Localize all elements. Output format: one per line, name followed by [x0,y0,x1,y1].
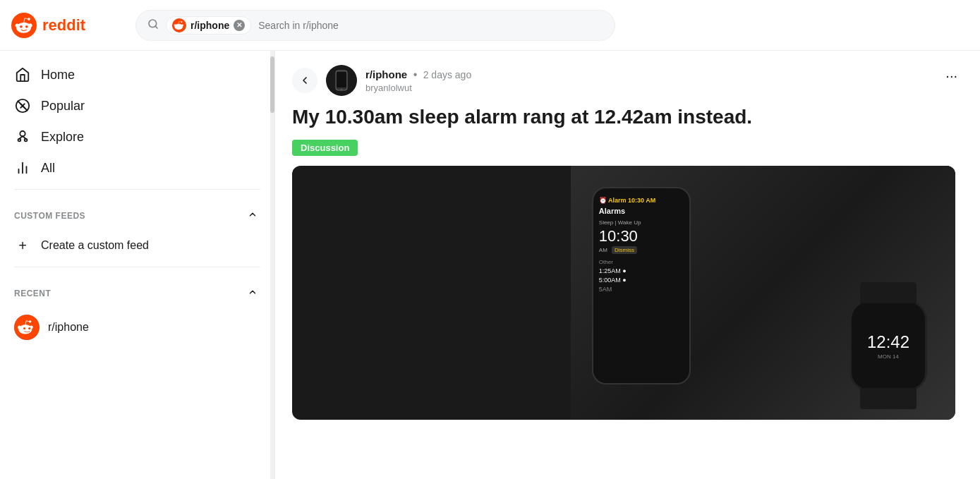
watch-band-top [860,282,917,303]
custom-feeds-title: CUSTOM FEEDS [14,211,85,221]
post-header-left: r/iphone • 2 days ago bryanlolwut [292,65,471,96]
post-timestamp: 2 days ago [423,69,472,80]
scrollbar-thumb[interactable] [270,56,274,113]
post-image-container: ⏰ Alarm 10:30 AM Alarms Sleep | Wake Up … [292,166,955,420]
watch-time-display: 12:42 [867,332,909,352]
search-input[interactable] [258,20,603,31]
recent-section-header: RECENT [0,273,274,308]
custom-feeds-collapse-button[interactable] [245,207,260,224]
recent-title: RECENT [14,289,51,298]
back-button[interactable] [292,68,317,93]
search-icon [147,18,159,32]
explore-icon [14,128,31,145]
content-area: r/iphone • 2 days ago bryanlolwut ··· My… [275,51,980,479]
scrollbar-track[interactable] [270,51,274,479]
main-layout: Home Popular [0,51,980,479]
search-tag-label: r/iphone [190,20,229,31]
recent-item-riphone-avatar [14,315,40,340]
sidebar-item-all[interactable]: All [0,152,274,183]
sidebar-item-home-label: Home [41,68,75,83]
svg-rect-19 [337,72,346,87]
recent-collapse-button[interactable] [245,284,260,302]
svg-line-2 [155,26,157,28]
recent-item-riphone-label: r/iphone [48,321,89,334]
post-image-right-panel: ⏰ Alarm 10:30 AM Alarms Sleep | Wake Up … [571,166,955,420]
sidebar-item-explore-label: Explore [41,130,84,145]
phone-simulation: ⏰ Alarm 10:30 AM Alarms Sleep | Wake Up … [592,187,691,384]
create-feed-label: Create a custom feed [41,239,149,252]
reddit-logo-icon [11,13,37,38]
phone-alarm-row-3: 5:00AM ● [599,277,684,284]
search-bar[interactable]: r/iphone ✕ [135,10,615,41]
sidebar-divider-1 [14,189,260,190]
svg-point-7 [20,131,25,136]
phone-main-time: 10:30 [599,227,684,245]
create-custom-feed-item[interactable]: + Create a custom feed [0,230,274,261]
plus-icon: + [14,237,31,254]
home-icon [14,66,31,83]
watch-date: MON 14 [878,353,899,360]
svg-point-20 [341,89,343,91]
reddit-wordmark: reddit [42,16,85,35]
svg-line-11 [23,136,26,139]
sidebar-item-explore[interactable]: Explore [0,121,274,152]
recent-item-riphone[interactable]: r/iphone [0,308,274,347]
device-scene: ⏰ Alarm 10:30 AM Alarms Sleep | Wake Up … [571,166,955,420]
sidebar-item-all-label: All [41,161,55,176]
all-icon [14,159,31,176]
search-tag-close-button[interactable]: ✕ [234,20,245,31]
sidebar-item-popular[interactable]: Popular [0,90,274,121]
post-title: My 10.30am sleep alarm rang at 12.42am i… [292,104,963,130]
post-subreddit-avatar [326,65,357,96]
search-tag-avatar [172,18,186,32]
phone-alarm-row-4: 5AM [599,286,684,293]
phone-alarm-row-2: 1:25AM ● [599,267,684,274]
search-tag[interactable]: r/iphone ✕ [166,16,251,35]
sidebar-divider-2 [14,267,260,267]
logo-area: reddit [11,13,124,38]
phone-sleep-label: Sleep | Wake Up [599,219,684,226]
post-image-left-panel [292,166,571,420]
post-subreddit-and-time: r/iphone • 2 days ago [365,68,471,81]
sidebar-item-popular-label: Popular [41,99,85,114]
custom-feeds-section-header: CUSTOM FEEDS [0,195,274,230]
phone-alarm-row-1: Other [599,259,684,265]
phone-time-label: AM Dismiss [599,247,684,253]
phone-alarm-header: ⏰ Alarm 10:30 AM [599,197,684,204]
post-discussion-tag[interactable]: Discussion [292,140,358,156]
post-subreddit[interactable]: r/iphone [365,68,407,80]
post-meta-text: r/iphone • 2 days ago bryanlolwut [365,68,471,93]
watch-simulation: 12:42 MON 14 [849,300,927,392]
sidebar: Home Popular [0,51,275,479]
watch-band-bottom [860,388,917,409]
phone-alarms-title: Alarms [599,207,684,215]
post-dot-separator: • [413,68,418,80]
sidebar-item-home[interactable]: Home [0,59,274,90]
popular-icon [14,97,31,114]
post-header: r/iphone • 2 days ago bryanlolwut ··· [292,65,963,96]
post-author[interactable]: bryanlolwut [365,83,471,93]
header: reddit r/iphone ✕ [0,0,980,51]
post-more-options-button[interactable]: ··· [940,65,963,87]
